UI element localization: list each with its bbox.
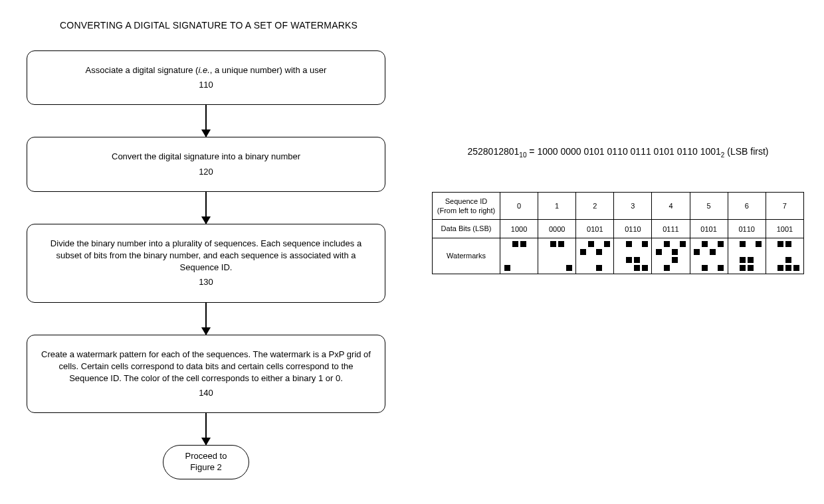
- watermark-grid: [580, 241, 610, 271]
- watermark-dot: [604, 249, 610, 255]
- watermark-dot: [756, 257, 762, 263]
- watermark-dot: [740, 257, 746, 263]
- watermark-dot: [664, 265, 670, 271]
- arrow-icon: [205, 413, 207, 445]
- watermark-dot: [604, 265, 610, 271]
- watermark-dot: [680, 249, 686, 255]
- watermark-dot: [528, 249, 534, 255]
- step-130: Divide the binary number into a pluralit…: [27, 224, 385, 303]
- watermark-cell: [652, 238, 690, 274]
- step-num: 120: [39, 166, 373, 178]
- watermark-dot: [580, 265, 586, 271]
- watermark-dot: [793, 265, 799, 271]
- watermark-dot: [528, 241, 534, 247]
- watermark-dot: [710, 265, 716, 271]
- seqid-cell: 5: [690, 192, 728, 220]
- terminator-text: Proceed toFigure 2: [185, 451, 227, 473]
- watermark-cell: [766, 238, 803, 274]
- eq-dec-base: 10: [519, 151, 526, 159]
- watermark-dot: [672, 241, 678, 247]
- arrow-icon: [205, 105, 207, 137]
- watermark-dot: [588, 257, 594, 263]
- watermark-grid: [694, 241, 724, 271]
- watermark-dot: [634, 241, 640, 247]
- databits-cell: 0101: [690, 220, 728, 238]
- watermark-dot: [710, 257, 716, 263]
- watermark-dot: [702, 257, 708, 263]
- watermark-dot: [642, 249, 648, 255]
- step-text-pre: Associate a digital signature (: [86, 65, 199, 75]
- watermark-dot: [550, 241, 556, 247]
- watermark-dot: [785, 241, 791, 247]
- terminator: Proceed toFigure 2: [163, 445, 249, 479]
- watermark-dot: [756, 265, 762, 271]
- watermark-cell: [538, 238, 576, 274]
- watermark-dot: [542, 241, 548, 247]
- watermark-grid: [542, 241, 572, 271]
- databits-cell: 1000: [500, 220, 538, 238]
- watermark-dot: [694, 249, 700, 255]
- step-text-post: , a unique number) with a user: [210, 65, 327, 75]
- watermark-grid: [732, 241, 762, 271]
- step-110: Associate a digital signature (i.e., a u…: [27, 50, 385, 105]
- watermark-dot: [748, 249, 754, 255]
- watermark-dot: [656, 257, 662, 263]
- watermark-dot: [550, 249, 556, 255]
- watermark-dot: [580, 241, 586, 247]
- watermark-dot: [732, 265, 738, 271]
- watermark-cell: [690, 238, 728, 274]
- watermark-dot: [520, 249, 526, 255]
- flow-column: CONVERTING A DIGITAL SIGNATURE TO A SET …: [20, 13, 392, 479]
- watermark-cell: [576, 238, 614, 274]
- watermark-cell: [728, 238, 766, 274]
- watermark-dot: [694, 257, 700, 263]
- watermark-dot: [732, 241, 738, 247]
- watermark-dot: [618, 249, 624, 255]
- watermark-dot: [793, 241, 799, 247]
- watermark-cell: [614, 238, 652, 274]
- watermark-grid: [504, 241, 534, 271]
- watermark-dot: [512, 257, 518, 263]
- watermark-dot: [618, 257, 624, 263]
- watermark-dot: [596, 257, 602, 263]
- watermark-dot: [642, 257, 648, 263]
- watermark-dot: [777, 241, 783, 247]
- watermark-dot: [520, 257, 526, 263]
- step-num: 110: [39, 79, 373, 91]
- watermark-dot: [710, 241, 716, 247]
- watermark-dot: [672, 249, 678, 255]
- eq-dec: 2528012801: [467, 146, 519, 157]
- watermark-dot: [542, 249, 548, 255]
- watermark-dot: [777, 265, 783, 271]
- watermark-dot: [694, 265, 700, 271]
- watermark-dot: [634, 257, 640, 263]
- watermark-dot: [626, 265, 632, 271]
- watermark-dot: [504, 241, 510, 247]
- flowchart: Associate a digital signature (i.e., a u…: [20, 50, 392, 479]
- watermark-dot: [566, 241, 572, 247]
- step-120: Convert the digital signature into a bin…: [27, 137, 385, 191]
- row-label: Data Bits (LSB): [433, 220, 500, 238]
- watermark-dot: [664, 257, 670, 263]
- watermark-dot: [718, 257, 724, 263]
- watermark-dot: [626, 257, 632, 263]
- watermark-dot: [748, 241, 754, 247]
- watermark-dot: [596, 241, 602, 247]
- watermark-dot: [680, 241, 686, 247]
- diagram-page: CONVERTING A DIGITAL SIGNATURE TO A SET …: [20, 13, 804, 479]
- watermark-dot: [504, 257, 510, 263]
- watermark-table: Sequence ID(From left to right) 01234567…: [432, 192, 804, 274]
- watermark-dot: [588, 241, 594, 247]
- watermark-dot: [680, 265, 686, 271]
- seqid-cell: 0: [500, 192, 538, 220]
- watermark-dot: [542, 257, 548, 263]
- databits-cell: 0111: [652, 220, 690, 238]
- watermark-grid: [618, 241, 648, 271]
- watermark-dot: [732, 249, 738, 255]
- watermark-dot: [664, 249, 670, 255]
- watermark-dot: [580, 249, 586, 255]
- watermark-dot: [793, 257, 799, 263]
- eq-suffix: (LSB first): [724, 146, 768, 157]
- watermark-dot: [756, 249, 762, 255]
- arrow-icon: [205, 303, 207, 335]
